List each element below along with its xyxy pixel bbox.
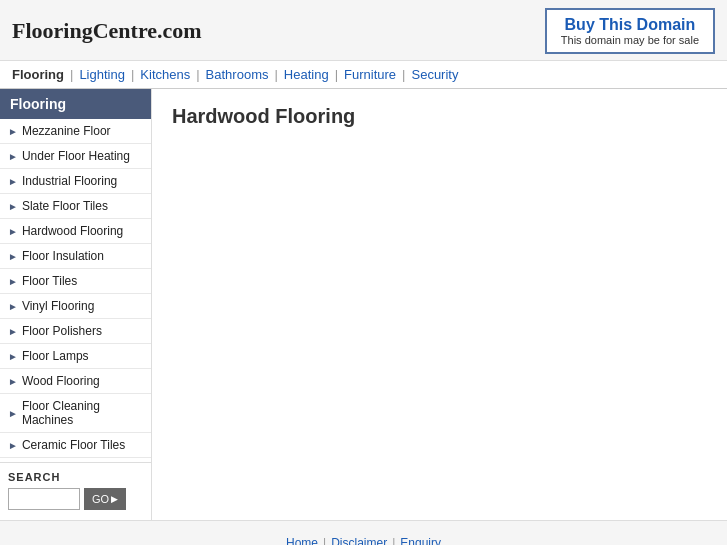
sidebar: Flooring ►Mezzanine Floor►Under Floor He… bbox=[0, 89, 152, 520]
sidebar-item-label: Wood Flooring bbox=[22, 374, 100, 388]
sidebar-item-label: Floor Tiles bbox=[22, 274, 77, 288]
search-label: SEARCH bbox=[8, 471, 143, 483]
sidebar-arrow-icon: ► bbox=[8, 440, 18, 451]
sidebar-item[interactable]: ►Hardwood Flooring bbox=[0, 219, 151, 244]
nav-item-lighting[interactable]: Lighting bbox=[79, 67, 125, 82]
sidebar-arrow-icon: ► bbox=[8, 226, 18, 237]
sidebar-item[interactable]: ►Mezzanine Floor bbox=[0, 119, 151, 144]
footer-link-home[interactable]: Home bbox=[286, 536, 318, 545]
sidebar-item-label: Vinyl Flooring bbox=[22, 299, 94, 313]
nav-item-flooring: Flooring bbox=[12, 67, 64, 82]
sidebar-arrow-icon: ► bbox=[8, 251, 18, 262]
main-content: Hardwood Flooring bbox=[152, 89, 727, 520]
nav-item-bathrooms[interactable]: Bathrooms bbox=[206, 67, 269, 82]
sidebar-item-label: Slate Floor Tiles bbox=[22, 199, 108, 213]
search-input[interactable] bbox=[8, 488, 80, 510]
content-area: Flooring ►Mezzanine Floor►Under Floor He… bbox=[0, 89, 727, 520]
sidebar-item-label: Under Floor Heating bbox=[22, 149, 130, 163]
sidebar-items: ►Mezzanine Floor►Under Floor Heating►Ind… bbox=[0, 119, 151, 458]
search-row: GO ▶ bbox=[8, 488, 143, 510]
footer-link-enquiry[interactable]: Enquiry bbox=[400, 536, 441, 545]
nav-separator: | bbox=[402, 67, 405, 82]
footer-separator: | bbox=[392, 536, 395, 545]
footer: Home|Disclaimer|Enquiry Copyright © 2008… bbox=[0, 520, 727, 545]
sidebar-item-label: Industrial Flooring bbox=[22, 174, 117, 188]
sidebar-header: Flooring bbox=[0, 89, 151, 119]
sidebar-arrow-icon: ► bbox=[8, 201, 18, 212]
page-title: Hardwood Flooring bbox=[172, 105, 707, 128]
search-arrow-icon: ▶ bbox=[111, 494, 118, 504]
sidebar-item[interactable]: ►Slate Floor Tiles bbox=[0, 194, 151, 219]
nav-separator: | bbox=[274, 67, 277, 82]
ad-title: Buy This Domain bbox=[561, 16, 699, 34]
sidebar-item-label: Hardwood Flooring bbox=[22, 224, 123, 238]
sidebar-item[interactable]: ►Vinyl Flooring bbox=[0, 294, 151, 319]
sidebar-item-label: Floor Lamps bbox=[22, 349, 89, 363]
footer-link-disclaimer[interactable]: Disclaimer bbox=[331, 536, 387, 545]
footer-separator: | bbox=[323, 536, 326, 545]
sidebar-item[interactable]: ►Ceramic Floor Tiles bbox=[0, 433, 151, 458]
search-button-label: GO bbox=[92, 493, 109, 505]
sidebar-item[interactable]: ►Floor Polishers bbox=[0, 319, 151, 344]
footer-links: Home|Disclaimer|Enquiry bbox=[12, 535, 715, 545]
search-button[interactable]: GO ▶ bbox=[84, 488, 126, 510]
header: FlooringCentre.com Buy This Domain This … bbox=[0, 0, 727, 61]
sidebar-item[interactable]: ►Industrial Flooring bbox=[0, 169, 151, 194]
main-nav: Flooring|Lighting|Kitchens|Bathrooms|Hea… bbox=[0, 61, 727, 89]
sidebar-arrow-icon: ► bbox=[8, 126, 18, 137]
nav-separator: | bbox=[131, 67, 134, 82]
sidebar-item-label: Ceramic Floor Tiles bbox=[22, 438, 125, 452]
sidebar-item[interactable]: ►Under Floor Heating bbox=[0, 144, 151, 169]
sidebar-arrow-icon: ► bbox=[8, 351, 18, 362]
sidebar-item[interactable]: ►Floor Cleaning Machines bbox=[0, 394, 151, 433]
sidebar-arrow-icon: ► bbox=[8, 176, 18, 187]
sidebar-arrow-icon: ► bbox=[8, 151, 18, 162]
nav-item-security[interactable]: Security bbox=[411, 67, 458, 82]
nav-separator: | bbox=[70, 67, 73, 82]
nav-item-heating[interactable]: Heating bbox=[284, 67, 329, 82]
search-section: SEARCH GO ▶ bbox=[0, 462, 151, 520]
sidebar-arrow-icon: ► bbox=[8, 376, 18, 387]
nav-item-furniture[interactable]: Furniture bbox=[344, 67, 396, 82]
sidebar-item-label: Mezzanine Floor bbox=[22, 124, 111, 138]
sidebar-arrow-icon: ► bbox=[8, 301, 18, 312]
site-logo: FlooringCentre.com bbox=[12, 18, 202, 44]
sidebar-arrow-icon: ► bbox=[8, 326, 18, 337]
sidebar-item-label: Floor Polishers bbox=[22, 324, 102, 338]
nav-separator: | bbox=[335, 67, 338, 82]
sidebar-item[interactable]: ►Wood Flooring bbox=[0, 369, 151, 394]
ad-banner[interactable]: Buy This Domain This domain may be for s… bbox=[545, 8, 715, 54]
sidebar-arrow-icon: ► bbox=[8, 408, 18, 419]
nav-separator: | bbox=[196, 67, 199, 82]
nav-item-kitchens[interactable]: Kitchens bbox=[140, 67, 190, 82]
sidebar-item-label: Floor Cleaning Machines bbox=[22, 399, 143, 427]
ad-subtitle: This domain may be for sale bbox=[561, 34, 699, 46]
sidebar-arrow-icon: ► bbox=[8, 276, 18, 287]
sidebar-item[interactable]: ►Floor Lamps bbox=[0, 344, 151, 369]
sidebar-item[interactable]: ►Floor Insulation bbox=[0, 244, 151, 269]
sidebar-item-label: Floor Insulation bbox=[22, 249, 104, 263]
sidebar-item[interactable]: ►Floor Tiles bbox=[0, 269, 151, 294]
